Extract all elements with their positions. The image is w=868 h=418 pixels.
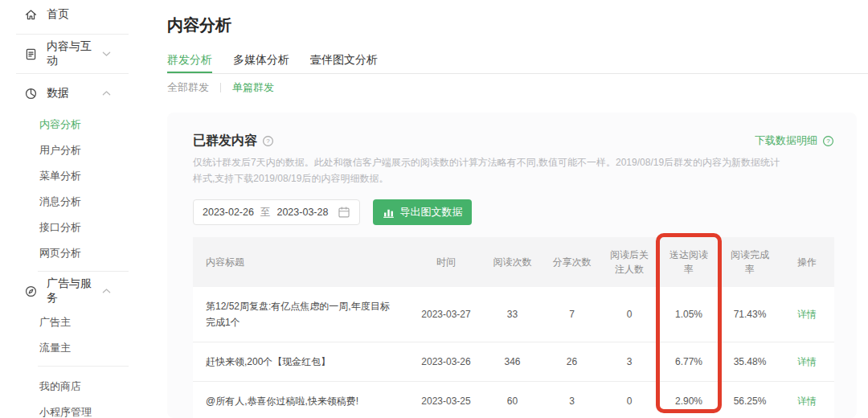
sidebar-item-8[interactable]: 消息分析 [0,189,129,215]
cell-title: @所有人,恭喜你过稿啦,快来领稿费! [193,387,410,416]
description-line: 仅统计群发后7天内的数据。此处和微信客户端展示的阅读数的计算方法略有不同,数值可… [193,154,834,170]
sidebar-group-label: 数据 [47,86,69,100]
tab-bar: 群发分析多媒体分析壹伴图文分析 [167,53,868,74]
cell-action: 详情 [780,355,834,369]
sidebar-item-10[interactable]: 网页分析 [0,240,129,266]
cell-value: 71.43% [720,309,780,320]
date-end[interactable]: 2023-03-28 [276,207,328,218]
sidebar-group-label: 广告与服务 [47,277,102,305]
column-header-0: 内容标题 [193,255,410,269]
cell-value: 35.48% [720,356,780,367]
detail-link[interactable]: 详情 [797,309,817,320]
chevron-down-icon[interactable] [102,51,111,57]
subtab-0[interactable]: 全部群发 [167,80,209,95]
document-icon [24,47,38,61]
compass-icon [24,285,38,298]
sidebar-item-16[interactable]: 我的商店 [0,374,129,400]
date-separator: 至 [260,206,271,219]
cell-action: 详情 [780,308,834,322]
cell-title: 赶快来领,200个【现金红包】 [193,347,410,376]
help-icon[interactable]: ? [262,135,274,147]
sidebar-group-label: 内容与互动 [47,39,102,68]
sidebar-item-9[interactable]: 接口分析 [0,215,129,240]
cell-title: 第12/52周复盘:有亿点焦虑的一周,年度目标完成1个 [193,292,410,337]
svg-text:?: ? [266,137,270,145]
download-data-label: 下载数据明细 [755,133,817,148]
cell-value: 3 [542,395,601,407]
sidebar-divider [16,73,129,74]
cell-action: 详情 [780,395,834,408]
subtab-1[interactable]: 单篇群发 [232,80,274,95]
cell-value: 2.90% [657,395,720,407]
pie-chart-icon [24,87,38,100]
table-row: @所有人,恭喜你过稿啦,快来领稿费!2023-03-2560302.90%56.… [193,381,834,418]
column-header-6: 阅读完成率 [720,248,780,277]
sidebar-item-7[interactable]: 菜单分析 [0,163,129,189]
table-controls: 2023-02-26 至 2023-03-28 导出图文数据 [193,199,834,225]
cell-value: 2023-03-27 [410,309,482,320]
card-header: 已群发内容 ? 下载数据明细 ? [193,132,834,150]
table-row: 第12/52周复盘:有亿点焦虑的一周,年度目标完成1个2023-03-27337… [193,287,834,342]
description-line: 样式,支持下载2019/08/19后的内容明细数据。 [193,170,834,186]
sidebar-item-17[interactable]: 小程序管理 [0,400,129,418]
cell-value: 26 [542,356,601,367]
chevron-up-icon[interactable] [102,90,111,96]
cell-value: 6.77% [657,356,720,367]
cell-value: 60 [482,395,542,407]
card-description: 仅统计群发后7天内的数据。此处和微信客户端展示的阅读数的计算方法略有不同,数值可… [193,154,834,186]
cell-value: 346 [482,356,542,367]
sidebar-group-12[interactable]: 广告与服务 [0,277,129,305]
column-header-2: 阅读次数 [482,255,542,269]
page-title: 内容分析 [167,14,231,36]
date-range-picker[interactable]: 2023-02-26 至 2023-03-28 [193,199,360,225]
sidebar-group-2[interactable]: 内容与互动 [0,39,129,68]
home-icon [24,8,38,22]
column-header-3: 分享次数 [542,255,601,269]
cell-value: 0 [601,309,657,320]
table-row: 赶快来领,200个【现金红包】2023-03-263462636.77%35.4… [193,342,834,381]
cell-value: 2023-03-25 [410,395,482,407]
column-header-7: 操作 [780,255,834,269]
table-header-row: 内容标题时间阅读次数分享次数阅读后关注人数送达阅读率阅读完成率操作 [193,237,834,287]
svg-text:?: ? [826,137,830,145]
sidebar-group-0[interactable]: 首页 [0,0,129,29]
sidebar-divider [38,366,129,367]
cell-value: 3 [601,356,657,367]
sidebar-item-13[interactable]: 广告主 [0,309,129,335]
sidebar-group-4[interactable]: 数据 [0,79,129,108]
bar-chart-icon [383,207,395,219]
table-body: 第12/52周复盘:有亿点焦虑的一周,年度目标完成1个2023-03-27337… [193,287,834,418]
sidebar-item-14[interactable]: 流量主 [0,335,129,361]
export-button-label: 导出图文数据 [399,205,462,219]
date-start[interactable]: 2023-02-26 [203,207,254,218]
tab-1[interactable]: 多媒体分析 [233,53,289,73]
cell-value: 0 [601,395,657,407]
sidebar-divider [16,34,129,35]
chevron-up-icon[interactable] [102,288,111,294]
subtab-divider [220,83,221,92]
sidebar-item-5[interactable]: 内容分析 [0,112,129,137]
column-header-4: 阅读后关注人数 [601,248,657,277]
cell-value: 7 [542,309,601,320]
sidebar: 首页内容与互动数据内容分析用户分析菜单分析消息分析接口分析网页分析广告与服务广告… [0,0,129,418]
cell-value: 56.25% [720,395,780,407]
sidebar-divider [38,271,129,272]
cell-value: 2023-03-26 [410,356,482,367]
calendar-icon[interactable] [338,206,350,219]
detail-link[interactable]: 详情 [797,356,817,367]
tab-0[interactable]: 群发分析 [167,53,212,73]
cell-value: 33 [482,309,542,320]
content-table: 内容标题时间阅读次数分享次数阅读后关注人数送达阅读率阅读完成率操作 第12/52… [193,237,834,418]
export-chart-data-button[interactable]: 导出图文数据 [373,199,472,225]
sidebar-group-label: 首页 [47,7,69,22]
cell-value: 1.05% [657,309,720,320]
tab-2[interactable]: 壹伴图文分析 [310,53,378,73]
download-data-link[interactable]: 下载数据明细 ? [755,133,834,148]
subtab-bar: 全部群发单篇群发 [167,80,274,95]
detail-link[interactable]: 详情 [797,395,817,407]
content-card: 已群发内容 ? 下载数据明细 ? 仅统计群发后7天内的数据。此处和微信客户端展示… [167,113,857,418]
sidebar-item-6[interactable]: 用户分析 [0,137,129,163]
column-header-5: 送达阅读率 [657,248,720,277]
help-icon[interactable]: ? [822,135,834,147]
card-title: 已群发内容 [193,132,257,150]
